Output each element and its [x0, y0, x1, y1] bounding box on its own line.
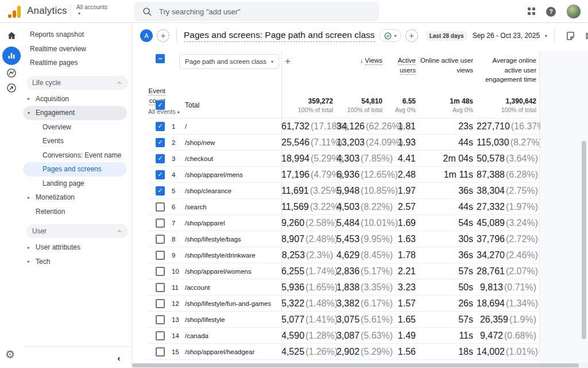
admin-gear-icon[interactable]: ⚙ [5, 349, 15, 360]
row-checkbox[interactable] [156, 347, 165, 356]
report-title[interactable]: Pages and screens: Page path and screen … [184, 30, 375, 42]
search-input[interactable] [134, 2, 379, 21]
sidebar-item-events[interactable]: Events [23, 134, 131, 148]
row-views: 8,907(2.48%) [281, 234, 336, 244]
row-event-count: 227,710(16.37%) [477, 121, 540, 132]
sidebar-item-overview[interactable]: Overview [23, 120, 131, 135]
top-app-bar: Analytics All accounts ▾ ? [0, 0, 588, 23]
add-dimension-icon[interactable]: + [285, 56, 291, 67]
help-icon[interactable]: ? [546, 7, 556, 17]
sidebar-item-retention[interactable]: Retention [23, 205, 131, 219]
row-avg-engagement: 50s [419, 282, 477, 293]
row-checkbox[interactable] [156, 138, 165, 147]
row-active-users: 34,126(62.26%) [336, 121, 386, 132]
sidebar-item-engagement[interactable]: ▾ Engagement [23, 106, 127, 120]
row-views: 5,936(1.65%) [281, 282, 336, 293]
note-icon[interactable] [565, 30, 576, 41]
date-range-selector[interactable]: Sep 26 - Oct 23, 2025 [473, 32, 540, 40]
sidebar-item-acquisition[interactable]: ▸ Acquisition [23, 92, 131, 106]
caret-right-icon: ▸ [28, 96, 36, 101]
total-checkbox[interactable] [156, 101, 165, 110]
row-rank: 15 [169, 348, 185, 355]
row-rank: 5 [169, 187, 185, 194]
apps-grid-icon[interactable] [528, 7, 536, 16]
row-checkbox[interactable] [156, 235, 165, 244]
row-checkbox[interactable] [156, 170, 165, 179]
row-checkbox[interactable] [156, 251, 165, 260]
sidebar-item-conversions[interactable]: Conversions: Event name [23, 148, 131, 163]
row-online-views: 2.57 [386, 202, 419, 212]
add-report-icon[interactable]: + [405, 29, 418, 42]
sidebar-item-user-attributes[interactable]: ▸ User attributes [23, 240, 131, 255]
horizontal-scrollbar-thumb[interactable] [132, 363, 579, 367]
collapse-sidebar-icon[interactable]: ‹ [113, 352, 125, 363]
comparison-icon[interactable] [585, 30, 588, 41]
row-views: 5,322(1.48%) [281, 298, 336, 309]
row-active-users: 5,948(10.85%) [336, 186, 386, 196]
row-online-views: 1.97 [386, 186, 419, 196]
row-active-users: 5,484(10.01%) [336, 218, 386, 228]
section-life-cycle[interactable]: Life cycle [26, 76, 128, 90]
advertising-icon[interactable] [6, 82, 17, 94]
row-checkbox[interactable] [156, 154, 165, 163]
user-avatar[interactable] [566, 4, 581, 19]
row-rank: 10 [169, 268, 185, 275]
row-views: 4,590(1.28%) [281, 331, 336, 341]
column-header-views[interactable]: ↓Views [336, 54, 386, 66]
caret-right-icon: ▸ [28, 259, 36, 264]
row-online-views: 1.65 [386, 315, 419, 325]
row-active-users: 3,075(5.61%) [336, 315, 386, 325]
add-comparison-icon[interactable]: + [157, 29, 169, 42]
column-header-active-users[interactable]: Active users [386, 54, 419, 75]
chevron-down-icon: ▾ [394, 33, 397, 39]
horizontal-scrollbar[interactable] [132, 363, 588, 368]
row-checkbox[interactable] [156, 267, 165, 276]
sidebar-item-realtime-overview[interactable]: Realtime overview [23, 42, 131, 56]
sidebar-item-reports-snapshot[interactable]: Reports snapshot [23, 28, 131, 42]
column-header-online-views[interactable]: Online active user views [419, 54, 477, 75]
row-rank: 9 [169, 252, 185, 259]
row-avg-engagement: 57s [419, 266, 477, 277]
row-event-count: 18,694(1.34%) [477, 298, 540, 309]
home-icon[interactable] [6, 30, 17, 41]
divider [176, 29, 177, 42]
row-views: 6,255(1.74%) [281, 266, 336, 277]
table-row: 8 /shop/lifestyle/bags 8,907(2.48%) 5,45… [148, 231, 539, 247]
row-checkbox[interactable] [156, 331, 165, 340]
sidebar-item-tech[interactable]: ▸ Tech [23, 255, 131, 269]
row-online-views: 1.49 [386, 331, 419, 341]
reports-nav-icon[interactable] [2, 47, 21, 65]
sidebar-item-monetization[interactable]: ▸ Monetization [23, 190, 131, 205]
row-checkbox[interactable] [156, 315, 165, 324]
row-active-users: 3,087(5.63%) [336, 331, 386, 341]
sidebar-item-pages-and-screens[interactable]: Pages and screens [23, 162, 127, 177]
property-avatar[interactable]: A [140, 29, 153, 42]
row-checkbox[interactable] [156, 283, 165, 292]
sidebar-item-realtime-pages[interactable]: Realtime pages [23, 56, 131, 70]
row-checkbox[interactable] [156, 202, 165, 212]
row-avg-engagement: 57s [419, 315, 477, 325]
table-row: 15 /shop/apparel/headgear 4,525(1.26%) 2… [148, 344, 539, 360]
select-all-checkbox[interactable] [156, 54, 165, 63]
dimension-selector[interactable]: Page path and screen class ▾ [179, 54, 279, 69]
row-active-users: 4,503(8.22%) [336, 202, 386, 212]
row-rank: 6 [169, 204, 185, 210]
explore-icon[interactable] [6, 67, 17, 79]
row-checkbox[interactable] [156, 299, 165, 308]
chevron-down-icon[interactable]: ▾ [545, 33, 547, 39]
row-checkbox[interactable] [156, 218, 165, 228]
row-checkbox[interactable] [156, 122, 165, 131]
account-switcher[interactable]: All accounts ▾ [76, 4, 107, 16]
sidebar-item-landing-page[interactable]: Landing page [23, 177, 131, 191]
table-row: 12 /shop/lifestyle/fun-and-games 5,322(1… [148, 296, 539, 312]
section-user[interactable]: User [26, 224, 128, 238]
report-status-pill[interactable]: ▾ [379, 29, 401, 42]
table-row: 11 /account 5,936(1.65%) 1,838(3.35%) 3.… [148, 279, 539, 296]
row-avg-engagement: 26s [419, 298, 477, 309]
row-online-views: 2.48 [386, 170, 419, 180]
table-row: 14 /canada 4,590(1.28%) 3,087(5.63%) 1.4… [148, 328, 539, 344]
row-checkbox[interactable] [156, 186, 165, 195]
vertical-scrollbar[interactable] [582, 141, 586, 339]
column-header-avg-engagement[interactable]: Average online active user engagement ti… [477, 54, 540, 85]
row-page-path: /search [185, 204, 281, 210]
